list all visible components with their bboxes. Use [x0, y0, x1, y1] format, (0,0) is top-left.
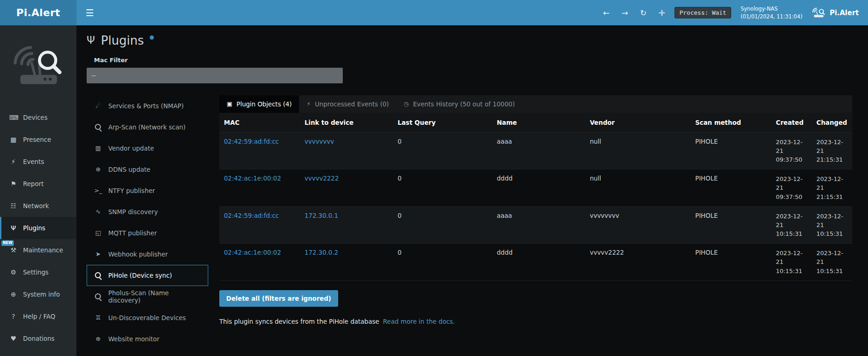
plugin-nav-item-ddns-update[interactable]: ⊕ DDNS update	[87, 159, 208, 180]
device-link[interactable]: vvvvvvvv	[305, 138, 334, 145]
column-header[interactable]: Vendor	[585, 113, 691, 133]
wrench-icon: ⚒	[9, 246, 18, 254]
sidebar-item-system-info[interactable]: ⊕ System info	[0, 283, 76, 305]
sidebar-item-settings[interactable]: ⚙ Settings	[0, 261, 76, 283]
sidebar-item-report[interactable]: ⚑ Report	[0, 173, 76, 195]
page-title: Plugins	[101, 34, 144, 47]
tab-plugin-objects-4[interactable]: ▣ Plugin Objects (4)	[219, 95, 299, 113]
app-name: Pi.Alert	[830, 9, 859, 17]
sidebar-item-donations[interactable]: ♥ Donations	[0, 327, 76, 350]
changed-date: 2023-12-21	[816, 138, 848, 155]
back-icon[interactable]: ←	[603, 8, 610, 18]
created-cell: 2023-12-21 10:15:31	[771, 206, 812, 244]
column-header[interactable]: Name	[492, 113, 585, 133]
table-row: 02:42:59:ad:fd:cc vvvvvvvv 0 aaaa null P…	[219, 132, 852, 169]
gear-icon: ⚙	[9, 268, 18, 276]
hamburger-menu-icon[interactable]: ☰	[86, 7, 94, 18]
column-header[interactable]: Link to device	[300, 113, 393, 133]
name-cell: dddd	[492, 244, 585, 281]
clock-icon: ◷	[404, 100, 409, 107]
column-header[interactable]: Created	[771, 113, 812, 133]
mac-link[interactable]: 02:42:59:ad:fd:cc	[224, 212, 279, 219]
docs-link[interactable]: Read more in the docs.	[383, 318, 455, 325]
table-row: 02:42:59:ad:fd:cc 172.30.0.1 0 aaaa vvvv…	[219, 206, 852, 244]
sidebar-nav: ⌨ Devices ▦ Presence ⚡ Events ⚑	[0, 106, 76, 350]
delete-all-button[interactable]: Delete all (filters are ignored)	[219, 290, 338, 307]
last-query-cell: 0	[393, 206, 492, 244]
name-cell: dddd	[492, 169, 585, 207]
app-logo[interactable]: Pi.Alert	[0, 0, 76, 25]
forward-icon[interactable]: →	[622, 8, 628, 18]
device-link[interactable]: vvvvv2222	[305, 175, 339, 182]
plugin-nav-item-pholus-scan-name-discovery[interactable]: Pholus-Scan (Name discovery)	[87, 286, 208, 307]
created-date: 2023-12-21	[776, 138, 807, 155]
sidebar-logo	[0, 25, 76, 106]
plugin-nav-item-webhook-publisher[interactable]: ➤ Webhook publisher	[87, 244, 208, 265]
plugin-nav-item-un-discoverable-devices[interactable]: ♊ Un-Discoverable Devices	[87, 307, 208, 328]
plugin-nav-item-snmp-discovery[interactable]: ∿ SNMP discovery	[87, 201, 208, 222]
sidebar-item-maintenance[interactable]: NEW ⚒ Maintenance	[0, 239, 76, 261]
table-row: 02:42:ac:1e:00:02 vvvvv2222 0 dddd null …	[219, 169, 852, 207]
plugin-nav-label: PiHole (Device sync)	[108, 272, 172, 279]
changed-date: 2023-12-21	[816, 212, 848, 229]
column-header[interactable]: Last Query	[393, 113, 492, 133]
plugin-nav-label: Vendor update	[108, 145, 154, 152]
sidebar-item-plugins[interactable]: Ψ Plugins	[0, 217, 76, 239]
plugin-nav-item-vendor-update[interactable]: ▥ Vendor update	[87, 138, 208, 159]
device-link[interactable]: 172.30.0.2	[305, 249, 338, 256]
plugin-panel: ▣ Plugin Objects (4) ⚡ Unprocessed Event…	[219, 95, 852, 356]
sidebar-item-network[interactable]: ☷ Network	[0, 195, 76, 217]
sidebar-item-help-faq[interactable]: ? Help / FAQ	[0, 305, 76, 327]
wave-icon: ∿	[94, 208, 102, 216]
sidebar-item-label: Report	[23, 180, 44, 187]
plugin-nav-item-mqtt-publisher[interactable]: ◱ MQTT publisher	[87, 222, 208, 244]
sidebar-item-devices[interactable]: ⌨ Devices	[0, 106, 76, 128]
refresh-icon[interactable]: ↻	[640, 8, 646, 18]
cubes-icon: ▣	[227, 100, 232, 107]
created-cell: 2023-12-21 09:37:50	[771, 169, 812, 207]
tab-unprocessed-events-0[interactable]: ⚡ Unprocessed Events (0)	[299, 95, 396, 113]
vendor-cell: vvvvvvvv	[585, 206, 691, 244]
last-query-cell: 0	[393, 132, 492, 169]
changed-cell: 2023-12-21 21:15:31	[812, 169, 852, 207]
tab-label: Events History (50 out of 10000)	[413, 100, 515, 108]
created-time: 09:37:50	[776, 155, 807, 164]
vendor-cell: null	[585, 132, 691, 169]
mac-link[interactable]: 02:42:ac:1e:00:02	[224, 175, 281, 182]
process-status-badge[interactable]: Process: Wait	[674, 7, 732, 18]
column-header[interactable]: MAC	[219, 113, 300, 133]
sidebar-item-presence[interactable]: ▦ Presence	[0, 128, 76, 151]
plugin-nav-item-website-monitor[interactable]: ⊕ Website monitor	[87, 328, 208, 350]
sidebar-item-label: Plugins	[23, 224, 45, 232]
heart-icon: ♥	[9, 335, 18, 342]
sidebar-item-label: System info	[23, 291, 60, 298]
page-header: Ψ Plugins	[87, 34, 852, 47]
plugin-nav-item-ntfy-publisher[interactable]: >_ NTFY publisher	[87, 180, 208, 201]
shell: ⌨ Devices ▦ Presence ⚡ Events ⚑	[0, 25, 868, 356]
sidebar-item-events[interactable]: ⚡ Events	[0, 151, 76, 173]
search-icon	[94, 272, 102, 279]
tab-events-history-50-out-of-10000[interactable]: ◷ Events History (50 out of 10000)	[396, 95, 522, 113]
device-link[interactable]: 172.30.0.1	[305, 212, 338, 219]
scan-method-cell: PIHOLE	[691, 244, 771, 281]
mac-filter-input[interactable]	[87, 68, 343, 83]
app-mini[interactable]: Pi.Alert	[812, 6, 859, 19]
column-header[interactable]: Scan method	[691, 113, 771, 133]
sidebar-item-label: Settings	[23, 268, 48, 276]
mac-link[interactable]: 02:42:ac:1e:00:02	[224, 249, 281, 256]
plugin-nav-item-arp-scan-network-scan[interactable]: Arp-Scan (Network scan)	[87, 117, 208, 138]
globe-icon: ⊕	[94, 166, 102, 173]
plugin-nav-item-services-ports-nmap[interactable]: ☄ Services & Ports (NMAP)	[87, 95, 208, 117]
changed-time: 10:15:31	[816, 267, 848, 275]
globe-icon: ⊕	[9, 291, 18, 298]
changed-time: 10:15:31	[816, 229, 848, 238]
content-columns: ☄ Services & Ports (NMAP) Arp-Scan (Netw…	[87, 95, 852, 356]
plugin-nav: ☄ Services & Ports (NMAP) Arp-Scan (Netw…	[87, 95, 208, 356]
plugin-nav-item-pihole-device-sync[interactable]: PiHole (Device sync)	[87, 265, 208, 286]
flag-icon: ⚑	[9, 180, 18, 187]
mac-link[interactable]: 02:42:59:ad:fd:cc	[224, 138, 279, 145]
column-header[interactable]: Changed	[812, 113, 852, 133]
move-icon[interactable]: ✛	[658, 8, 665, 18]
plugin-nav-label: Un-Discoverable Devices	[108, 314, 186, 321]
sitemap-icon: ☷	[9, 202, 18, 210]
